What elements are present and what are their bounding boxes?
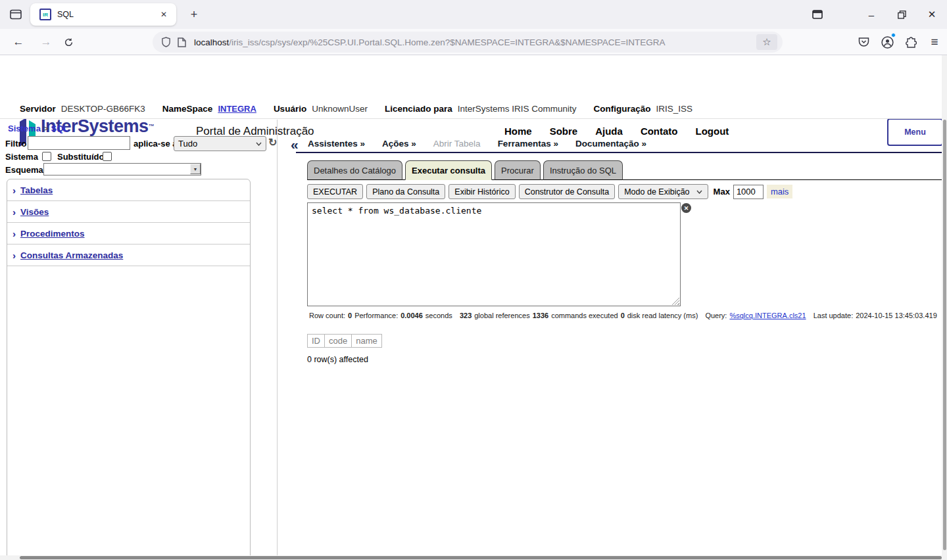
col-id: ID bbox=[308, 335, 325, 348]
col-code: code bbox=[325, 335, 352, 348]
max-label: Max bbox=[714, 187, 730, 197]
breadcrumb-sistema[interactable]: Sistema bbox=[8, 124, 41, 133]
substituido-checkbox-label: Substituído bbox=[57, 152, 105, 162]
namespace-label: NameSpace bbox=[162, 104, 213, 114]
max-input[interactable] bbox=[733, 185, 764, 199]
mais-link[interactable]: mais bbox=[767, 185, 792, 198]
catalog-tree: › Tabelas › Visões › Procedimentos › Con… bbox=[7, 179, 251, 560]
tree-item-consultas-armazenadas[interactable]: › Consultas Armazenadas bbox=[7, 245, 250, 266]
servidor-value: DESKTOP-GB66FK3 bbox=[61, 104, 145, 114]
nav-home[interactable]: Home bbox=[504, 126, 532, 137]
vertical-scrollbar-thumb[interactable] bbox=[943, 120, 946, 550]
query-actions: EXECUTAR Plano da Consulta Exibir Histór… bbox=[307, 184, 792, 199]
bookmark-star-icon[interactable]: ☆ bbox=[756, 34, 777, 50]
account-icon[interactable] bbox=[877, 33, 897, 51]
horizontal-scrollbar-thumb[interactable] bbox=[20, 556, 942, 559]
clear-query-icon[interactable]: ✕ bbox=[681, 203, 691, 213]
nav-logout[interactable]: Logout bbox=[696, 126, 729, 137]
toolbar-ferramentas[interactable]: Ferramentas » bbox=[498, 139, 558, 149]
esquema-label: Esquema bbox=[5, 165, 43, 175]
tab-executar-consulta[interactable]: Executar consulta bbox=[405, 160, 492, 180]
minimize-icon[interactable]: – bbox=[860, 5, 883, 24]
tree-item-visoes[interactable]: › Visões bbox=[7, 201, 250, 223]
pocket-icon[interactable] bbox=[854, 33, 873, 51]
tab-detalhes-do-catalogo[interactable]: Detalhes do Catálogo bbox=[307, 160, 402, 180]
menu-button[interactable]: Menu bbox=[887, 118, 943, 146]
rows-affected-text: 0 row(s) affected bbox=[307, 355, 368, 364]
filtro-label: Filtro bbox=[5, 139, 27, 149]
substituido-checkbox[interactable] bbox=[103, 152, 112, 161]
executar-button[interactable]: EXECUTAR bbox=[307, 184, 363, 199]
forward-icon[interactable]: → bbox=[36, 32, 57, 53]
aplica-se-value: Tudo bbox=[178, 139, 197, 149]
tree-item-procedimentos[interactable]: › Procedimentos bbox=[7, 223, 250, 245]
sql-toolbar: Assistentes » Ações » Abrir Tabela Ferra… bbox=[308, 139, 646, 149]
url-text: localhost/iris_iss/csp/sys/exp/%25CSP.UI… bbox=[194, 37, 756, 47]
configuracao-value: IRIS_ISS bbox=[656, 104, 693, 114]
breadcrumb: Sistema>SQL bbox=[8, 124, 68, 133]
nav-ajuda[interactable]: Ajuda bbox=[595, 126, 623, 137]
toolbar-acoes[interactable]: Ações » bbox=[382, 139, 416, 149]
plano-da-consulta-button[interactable]: Plano da Consulta bbox=[366, 184, 445, 199]
page-info-icon[interactable] bbox=[178, 37, 186, 47]
nav-contato[interactable]: Contato bbox=[641, 126, 678, 137]
esquema-combo-input[interactable] bbox=[43, 163, 201, 175]
panel-divider[interactable] bbox=[277, 120, 278, 560]
iris-favicon-icon: IR bbox=[39, 9, 51, 20]
aplica-se-label: aplica-se a bbox=[134, 139, 178, 149]
horizontal-scrollbar[interactable] bbox=[0, 555, 947, 560]
chevron-down-icon bbox=[256, 142, 262, 146]
restore-window-icon[interactable] bbox=[890, 5, 913, 24]
toolbar-abrir-tabela: Abrir Tabela bbox=[433, 139, 481, 149]
namespace-link[interactable]: INTEGRA bbox=[218, 104, 256, 114]
url-bar[interactable]: localhost/iris_iss/csp/sys/exp/%25CSP.UI… bbox=[153, 32, 783, 53]
chevron-right-icon: › bbox=[12, 206, 16, 218]
close-window-icon[interactable]: ✕ bbox=[921, 5, 943, 24]
result-header-row: ID code name bbox=[308, 335, 382, 348]
tab-preview-icon[interactable] bbox=[806, 5, 829, 24]
sistema-checkbox[interactable] bbox=[42, 152, 51, 161]
shield-icon[interactable] bbox=[161, 37, 171, 47]
textarea-resize-handle[interactable] bbox=[672, 298, 679, 305]
servidor-label: Servidor bbox=[20, 104, 56, 114]
logo-tm: ™ bbox=[149, 123, 155, 129]
chevron-right-icon: › bbox=[12, 250, 16, 261]
query-class-link[interactable]: %sqlcq.INTEGRA.cls21 bbox=[729, 312, 806, 319]
tab-title: SQL bbox=[57, 10, 157, 19]
exibir-historico-button[interactable]: Exibir Histórico bbox=[449, 184, 515, 199]
chevron-down-icon bbox=[696, 190, 702, 194]
tab-close-icon[interactable]: ✕ bbox=[157, 7, 171, 22]
vertical-scrollbar[interactable] bbox=[942, 55, 947, 555]
toolbar-documentacao[interactable]: Documentação » bbox=[575, 139, 646, 149]
refresh-icon[interactable]: ↻ bbox=[268, 136, 277, 149]
portal-header: InterSystems™ IRIS Data Platform Portal … bbox=[0, 55, 947, 99]
back-icon[interactable]: ← bbox=[8, 32, 29, 53]
query-status-line: Row count:0Performance:0.0046seconds 323… bbox=[309, 312, 942, 321]
server-info-bar: ServidorDESKTOP-GB66FK3 NameSpaceINTEGRA… bbox=[0, 99, 947, 119]
modo-de-exibicao-select[interactable]: Modo de Exibição bbox=[618, 184, 708, 199]
browser-tab[interactable]: IR SQL ✕ bbox=[30, 3, 176, 26]
tab-procurar[interactable]: Procurar bbox=[495, 160, 541, 180]
construtor-de-consulta-button[interactable]: Construtor de Consulta bbox=[519, 184, 616, 199]
result-table: ID code name bbox=[307, 334, 382, 348]
aplica-se-select[interactable]: Tudo bbox=[174, 136, 266, 151]
filtro-input[interactable] bbox=[28, 136, 130, 150]
new-tab-button[interactable]: + bbox=[185, 6, 203, 23]
usuario-value: UnknownUser bbox=[312, 104, 368, 114]
tree-item-tabelas[interactable]: › Tabelas bbox=[7, 179, 250, 201]
licenciado-value: InterSystems IRIS Community bbox=[458, 104, 577, 114]
nav-sobre[interactable]: Sobre bbox=[550, 126, 578, 137]
query-textarea[interactable]: select * from ws_database.cliente bbox=[307, 202, 681, 306]
firefox-view-icon[interactable] bbox=[5, 6, 26, 23]
reload-icon[interactable] bbox=[58, 32, 79, 53]
esquema-combo-dropdown-icon[interactable]: ▼ bbox=[190, 164, 201, 174]
browser-tab-strip: IR SQL ✕ + – ✕ bbox=[0, 0, 947, 29]
sistema-checkbox-label: Sistema bbox=[5, 152, 38, 162]
col-name: name bbox=[352, 335, 382, 348]
tab-instrucao-do-sql[interactable]: Instrução do SQL bbox=[543, 160, 623, 180]
chevron-right-icon: › bbox=[12, 228, 16, 239]
collapse-panel-icon[interactable]: « bbox=[291, 137, 299, 152]
toolbar-assistentes[interactable]: Assistentes » bbox=[308, 139, 365, 149]
extensions-puzzle-icon[interactable] bbox=[901, 33, 921, 51]
menu-hamburger-icon[interactable]: ≡ bbox=[925, 33, 944, 51]
